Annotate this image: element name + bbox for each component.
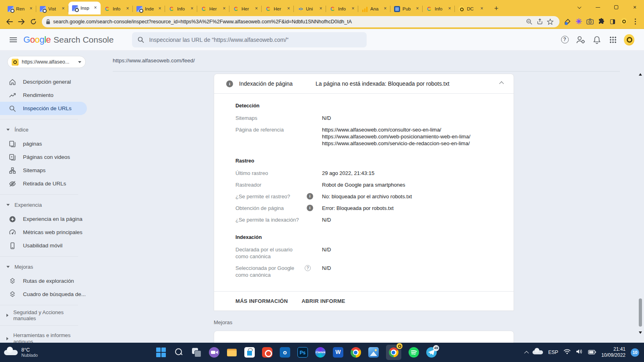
colorpicker-extension-icon[interactable] (562, 16, 573, 27)
tab-search-icon[interactable] (570, 0, 588, 14)
browser-tab[interactable]: GInfo× (165, 3, 197, 14)
sidebar-item-overview[interactable]: Descripción general (0, 75, 87, 88)
start-button-icon[interactable] (156, 347, 166, 358)
window-close-button[interactable]: × (625, 0, 644, 14)
file-explorer-icon[interactable] (227, 347, 237, 358)
spotify-icon[interactable] (409, 347, 419, 358)
canva-icon[interactable]: Canva (315, 347, 326, 358)
browser-tab[interactable]: GInfo× (423, 3, 455, 14)
hidden-icons-chevron[interactable] (524, 351, 528, 355)
reload-button[interactable] (27, 16, 39, 28)
browser-tab[interactable]: Inde× (133, 3, 165, 14)
asterisk-extension-icon[interactable]: ✳ (573, 16, 584, 27)
profile-avatar-icon[interactable] (618, 16, 630, 27)
window-minimize-button[interactable] (588, 0, 607, 14)
browser-tab[interactable]: GInfo× (101, 3, 133, 14)
browser-tab-active[interactable]: Insp× (68, 2, 101, 14)
onedrive-icon[interactable] (533, 350, 543, 354)
browser-tab[interactable]: GHer× (229, 3, 262, 14)
forward-button[interactable] (15, 16, 27, 28)
info-icon[interactable]: i (307, 205, 313, 211)
zoom-indicator-icon[interactable] (524, 19, 535, 25)
camera-app-icon[interactable] (209, 347, 219, 358)
tab-close-icon[interactable]: × (221, 6, 227, 12)
help-icon[interactable]: ? (559, 35, 570, 45)
sidebar-item-sitelinks-searchbox[interactable]: Cuadro de búsqueda de... (0, 288, 87, 301)
photoshop-icon[interactable]: Ps (297, 347, 308, 358)
tab-close-icon[interactable]: × (415, 6, 420, 12)
sidebar-item-core-web-vitals[interactable]: Métricas web principales (0, 226, 87, 239)
open-report-button[interactable]: ABRIR INFORME (301, 298, 345, 304)
sidebar-item-removals[interactable]: Retirada de URLs (0, 177, 87, 190)
share-icon[interactable] (535, 19, 545, 25)
sidebar-item-performance[interactable]: Rendimiento (0, 88, 87, 102)
chrome-icon[interactable] (351, 347, 361, 358)
browser-tab[interactable]: GHer× (197, 3, 229, 14)
property-selector[interactable]: https://www.alfaseo... (7, 56, 86, 68)
sidebar-section-enhancements[interactable]: Mejoras (0, 261, 87, 273)
sidebar-item-page-experience[interactable]: Experiencia en la página (0, 212, 87, 226)
task-view-icon[interactable] (191, 347, 202, 358)
word-icon[interactable]: W (333, 347, 343, 358)
sidebar-section-index[interactable]: Índice (0, 123, 87, 136)
card-header[interactable]: i Indexación de página La página no está… (214, 74, 514, 94)
browser-tab[interactable]: DC× (455, 3, 487, 14)
office-app-icon[interactable] (262, 347, 272, 358)
tab-close-icon[interactable]: × (286, 6, 291, 12)
chrome-active-window[interactable] (386, 345, 401, 360)
sidebar-item-breadcrumbs[interactable]: Rutas de exploración (0, 274, 87, 288)
browser-tab[interactable]: Ren× (4, 3, 36, 14)
taskbar-search-icon[interactable] (173, 347, 184, 358)
window-maximize-button[interactable] (607, 0, 625, 14)
sidebar-item-pages[interactable]: páginas (0, 137, 87, 150)
language-indicator[interactable]: ESP (548, 350, 558, 355)
sidebar-item-url-inspection[interactable]: Inspección de URLs (0, 102, 87, 115)
tab-close-icon[interactable]: × (254, 6, 259, 12)
address-bar[interactable]: search.google.com/search-console/inspect… (42, 16, 559, 27)
sidebar-item-sitemaps[interactable]: Sitemaps (0, 164, 87, 177)
weather-widget[interactable]: 8°C Nublado (0, 347, 68, 358)
help-icon[interactable]: ? (305, 265, 311, 271)
browser-tab[interactable]: GHer× (262, 3, 294, 14)
page-scrollbar[interactable] (638, 73, 643, 334)
tab-close-icon[interactable]: × (189, 6, 195, 12)
url-inspection-searchbox[interactable] (132, 32, 367, 47)
sidebar-section-experience[interactable]: Experiencia (0, 199, 87, 211)
wifi-icon[interactable] (564, 349, 571, 356)
browser-tab[interactable]: GInfo× (326, 3, 358, 14)
tab-close-icon[interactable]: × (447, 6, 452, 12)
tab-close-icon[interactable]: × (350, 6, 356, 12)
notification-count-badge[interactable]: 10 (631, 348, 639, 357)
tab-close-icon[interactable]: × (93, 5, 98, 11)
menu-hamburger-icon[interactable] (10, 37, 17, 42)
more-info-button[interactable]: MÁS INFORMACIÓN (235, 298, 288, 304)
outlook-icon[interactable]: o (280, 347, 290, 358)
browser-tab[interactable]: Vist× (36, 3, 68, 14)
browser-tab[interactable]: <>Uni× (294, 3, 326, 14)
tab-close-icon[interactable]: × (157, 6, 163, 12)
user-settings-icon[interactable] (576, 35, 586, 45)
tab-close-icon[interactable]: × (125, 6, 130, 12)
notifications-bell-icon[interactable] (592, 35, 602, 45)
new-tab-button[interactable]: + (491, 4, 502, 13)
photos-app-icon[interactable] (368, 347, 379, 358)
extensions-puzzle-icon[interactable] (596, 16, 607, 27)
gsc-logo[interactable]: Google Search Console (23, 35, 114, 45)
screenshot-extension-icon[interactable] (584, 16, 596, 27)
tab-close-icon[interactable]: × (60, 6, 66, 12)
tab-close-icon[interactable]: × (382, 6, 388, 12)
clock[interactable]: 21:41 10/09/2022 (601, 346, 625, 358)
volume-icon[interactable] (576, 349, 583, 356)
sidebar-item-mobile-usability[interactable]: Usabilidad móvil (0, 239, 87, 252)
account-avatar[interactable] (624, 35, 634, 45)
microsoft-store-icon[interactable] (244, 347, 255, 358)
battery-icon[interactable] (588, 349, 596, 356)
sidebar-section-security[interactable]: Seguridad y Acciones manuales (0, 309, 87, 321)
info-icon[interactable]: i (307, 193, 313, 200)
google-apps-grid-icon[interactable] (608, 35, 618, 45)
telegram-icon[interactable]: 49 (426, 347, 437, 358)
sidebar-item-video-pages[interactable]: Páginas con videos (0, 150, 87, 164)
tab-close-icon[interactable]: × (318, 6, 324, 12)
scroll-down-icon[interactable] (639, 331, 642, 334)
sidebar-section-legacy-tools[interactable]: Herramientas e informes antiguos (0, 330, 87, 343)
